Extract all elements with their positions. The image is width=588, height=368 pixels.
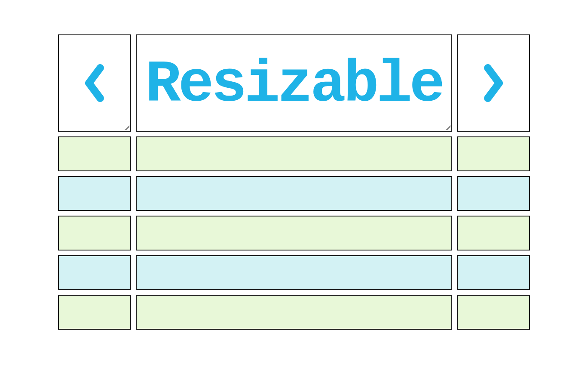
resize-handle-icon[interactable] (444, 124, 450, 130)
table-cell (58, 176, 131, 211)
table-cell (136, 295, 452, 330)
table-cell (58, 255, 131, 290)
table-cell (457, 255, 530, 290)
header-left-cell[interactable] (58, 34, 131, 132)
table-row (58, 176, 530, 211)
table-cell (136, 176, 452, 211)
table-row (58, 295, 530, 330)
table-cell (457, 216, 530, 250)
table-row (58, 216, 530, 250)
chevron-right-icon (458, 35, 529, 131)
table-cell (58, 216, 131, 250)
table-cell (457, 295, 530, 330)
table-cell (457, 176, 530, 211)
table-row (58, 136, 530, 171)
header-row: Resizable (58, 34, 530, 132)
table-cell (457, 136, 530, 171)
header-right-cell[interactable] (457, 34, 530, 132)
chevron-left-icon (59, 35, 130, 131)
table-row (58, 255, 530, 290)
table-cell (58, 136, 131, 171)
table-demo: Resizable (58, 34, 530, 330)
table-cell (136, 216, 452, 250)
resize-handle-icon[interactable] (123, 124, 129, 130)
header-title: Resizable (145, 55, 442, 114)
header-center-cell[interactable]: Resizable (136, 34, 452, 132)
table-cell (136, 255, 452, 290)
table-cell (58, 295, 131, 330)
table-cell (136, 136, 452, 171)
